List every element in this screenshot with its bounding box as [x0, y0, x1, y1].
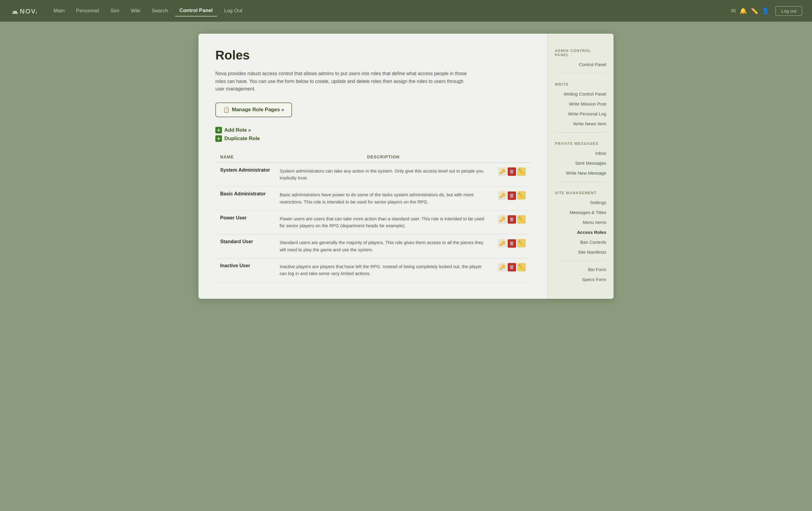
add-role-label: Add Role » — [224, 127, 251, 133]
delete-icon[interactable]: 🗑 — [508, 215, 516, 223]
edit-icon[interactable]: ✏️ — [751, 7, 758, 14]
sidebar-site-manifests[interactable]: Site Manifests — [548, 247, 613, 257]
sidebar-ban-controls[interactable]: Ban Controls — [548, 237, 613, 247]
role-name-cell: System Administrator — [215, 162, 275, 186]
nav-wiki[interactable]: Wiki — [126, 5, 145, 16]
sidebar-control-panel[interactable]: Control Panel — [548, 60, 613, 69]
role-description-cell: Standard users are generally the majorit… — [275, 234, 492, 258]
sidebar-inbox[interactable]: Inbox — [548, 148, 613, 158]
key-icon[interactable]: 🔑 — [498, 215, 506, 223]
delete-icon[interactable]: 🗑 — [508, 263, 516, 271]
role-actions-cell: 🔑🗑✏️ — [492, 186, 530, 210]
bell-icon[interactable]: 🔔 — [740, 7, 747, 14]
sidebar-sent-messages[interactable]: Sent Messages — [548, 158, 613, 168]
topnav: NOVA Main Personnel Sim Wiki Search Cont… — [0, 0, 812, 22]
delete-icon[interactable]: 🗑 — [508, 239, 516, 248]
role-name-cell: Power User — [215, 210, 275, 234]
table-row: Basic AdministratorBasic administrators … — [215, 186, 530, 210]
sidebar-section-write: WRITE — [548, 77, 613, 89]
role-name-cell: Standard User — [215, 234, 275, 258]
role-name-cell: Basic Administrator — [215, 186, 275, 210]
sidebar-section-site: SITE MANAGEMENT — [548, 185, 613, 198]
nav-personnel[interactable]: Personnel — [71, 5, 104, 16]
logo[interactable]: NOVA — [10, 5, 37, 16]
manage-btn-label: Manage Role Pages » — [232, 107, 284, 113]
delete-icon[interactable]: 🗑 — [508, 168, 516, 176]
roles-table: NAME DESCRIPTION System AdministratorSys… — [215, 151, 530, 282]
add-role-link[interactable]: + Add Role » — [215, 127, 530, 133]
sidebar-section-admin: ADMIN CONTROL PANEL — [548, 43, 613, 60]
sidebar-messages-titles[interactable]: Messages & Titles — [548, 207, 613, 217]
nav-sim[interactable]: Sim — [106, 5, 124, 16]
role-actions-cell: 🔑🗑✏️ — [492, 210, 530, 234]
svg-text:NOVA: NOVA — [20, 7, 37, 15]
sidebar-write-news-item[interactable]: Write News Item — [548, 119, 613, 129]
sidebar-write-personal-log[interactable]: Write Personal Log — [548, 109, 613, 119]
table-row: Inactive UserInactive players are player… — [215, 258, 530, 282]
profile-icon[interactable]: 👤 — [762, 7, 769, 14]
duplicate-role-icon: + — [215, 135, 222, 142]
role-actions-cell: 🔑🗑✏️ — [492, 234, 530, 258]
sidebar-bio-form[interactable]: Bio Form — [548, 265, 613, 274]
notification-icon[interactable]: ✉ — [731, 7, 736, 14]
table-row: System AdministratorSystem administrator… — [215, 162, 530, 186]
role-description-cell: Inactive players are players that have l… — [275, 258, 492, 282]
key-icon[interactable]: 🔑 — [498, 191, 506, 200]
edit-icon[interactable]: ✏️ — [517, 168, 526, 176]
edit-icon[interactable]: ✏️ — [517, 215, 526, 223]
svg-marker-1 — [13, 8, 17, 11]
nav-control-panel[interactable]: Control Panel — [175, 5, 218, 17]
delete-icon[interactable]: 🗑 — [508, 191, 516, 200]
main-content: Roles Nova provides robust access contro… — [199, 34, 547, 299]
sidebar-section-private: PRIVATE MESSAGES — [548, 136, 613, 148]
sidebar-write-new-message[interactable]: Write New Message — [548, 168, 613, 178]
action-links: + Add Role » + Duplicate Role — [215, 127, 530, 142]
edit-icon[interactable]: ✏️ — [517, 191, 526, 200]
role-description-cell: Basic administrators have power to do so… — [275, 186, 492, 210]
key-icon[interactable]: 🔑 — [498, 263, 506, 271]
sidebar-specs-form[interactable]: Specs Form — [548, 274, 613, 284]
sidebar-writing-control-panel[interactable]: Writing Control Panel — [548, 89, 613, 99]
role-description-cell: System administrators can take any actio… — [275, 162, 492, 186]
page-description: Nova provides robust access control that… — [215, 70, 474, 93]
role-actions-cell: 🔑🗑✏️ — [492, 258, 530, 282]
sidebar-divider-2 — [555, 132, 606, 132]
sidebar: ADMIN CONTROL PANEL Control Panel WRITE … — [547, 34, 613, 299]
edit-icon[interactable]: ✏️ — [517, 239, 526, 247]
manage-role-pages-button[interactable]: 📋 Manage Role Pages » — [215, 102, 292, 117]
page-title: Roles — [215, 48, 530, 62]
role-actions-cell: 🔑🗑✏️ — [492, 162, 530, 186]
col-name: NAME — [215, 151, 275, 162]
nav-main[interactable]: Main — [49, 5, 69, 16]
nav-links: Main Personnel Sim Wiki Search Control P… — [49, 5, 731, 17]
sidebar-menu-items[interactable]: Menu Items — [548, 217, 613, 227]
table-row: Standard UserStandard users are generall… — [215, 234, 530, 258]
nav-logout[interactable]: Log Out — [219, 5, 247, 16]
sidebar-write-mission-post[interactable]: Write Mission Post — [548, 99, 613, 109]
role-description-cell: Power users are users that can take more… — [275, 210, 492, 234]
duplicate-role-link[interactable]: + Duplicate Role — [215, 135, 530, 142]
logout-button[interactable]: Log out — [775, 6, 802, 16]
nav-search[interactable]: Search — [147, 5, 173, 16]
page-wrapper: Roles Nova provides robust access contro… — [199, 34, 613, 299]
sidebar-divider-1 — [555, 73, 606, 73]
sidebar-divider-4 — [555, 261, 606, 261]
key-icon[interactable]: 🔑 — [498, 168, 506, 176]
nav-icons: ✉ 🔔 ✏️ 👤 — [731, 7, 769, 14]
key-icon[interactable]: 🔑 — [498, 239, 506, 247]
add-role-icon: + — [215, 127, 222, 133]
role-name-cell: Inactive User — [215, 258, 275, 282]
edit-icon[interactable]: ✏️ — [517, 263, 526, 271]
duplicate-role-label: Duplicate Role — [224, 136, 260, 142]
col-description: DESCRIPTION — [275, 151, 492, 162]
sidebar-access-roles[interactable]: Access Roles — [548, 227, 613, 237]
sidebar-settings[interactable]: Settings — [548, 198, 613, 207]
sidebar-divider-3 — [555, 182, 606, 182]
table-row: Power UserPower users are users that can… — [215, 210, 530, 234]
manage-icon: 📋 — [223, 107, 229, 113]
